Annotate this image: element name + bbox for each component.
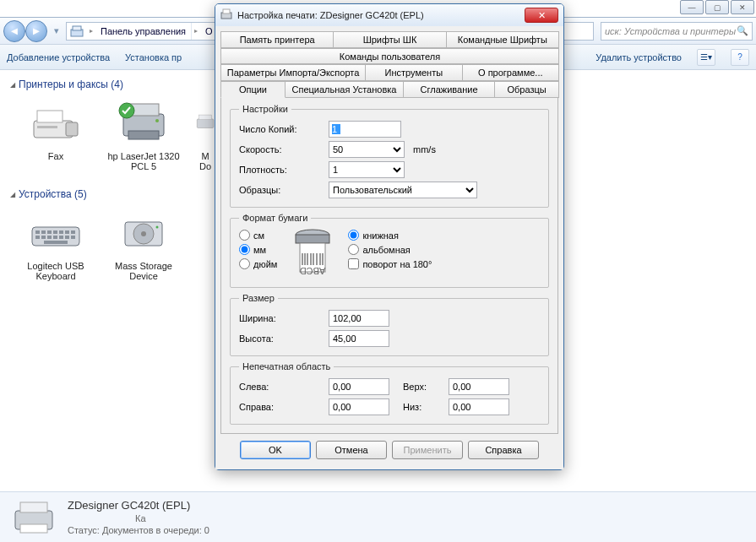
tab-printer-memory[interactable]: Память принтера — [220, 31, 334, 48]
minimize-button[interactable]: — — [680, 0, 704, 14]
svg-rect-20 — [71, 230, 75, 234]
speed-select[interactable]: 50 — [329, 141, 405, 158]
svg-rect-1 — [73, 26, 81, 30]
dialog-close-button[interactable]: ✕ — [525, 8, 558, 23]
window-controls: — ▢ ✕ — [680, 0, 754, 14]
unit-mm-radio[interactable]: мм — [239, 244, 277, 255]
tab-advanced-setup[interactable]: Специальная Установка — [285, 81, 404, 98]
help-button[interactable]: Справка — [468, 441, 539, 459]
tab-tools[interactable]: Инструменты — [365, 64, 462, 81]
forward-button[interactable]: ► — [25, 20, 47, 42]
size-legend: Размер — [239, 293, 278, 303]
device-label: hp LaserJet 1320 PCL 5 — [105, 151, 182, 171]
printer-icon — [10, 499, 57, 536]
drive-icon — [113, 207, 174, 257]
tab-options[interactable]: Опции — [220, 81, 286, 98]
tab-content: Настройки Число Копий: 1 Скорость: 50 mm… — [220, 97, 558, 434]
orientation-landscape-radio[interactable]: альбомная — [348, 244, 432, 255]
width-input[interactable] — [329, 310, 389, 327]
svg-rect-5 — [37, 126, 57, 128]
chevron-icon[interactable]: ▸ — [192, 23, 200, 40]
search-icon[interactable]: 🔍 — [737, 25, 748, 36]
svg-rect-26 — [65, 236, 69, 239]
tab-about[interactable]: О программе... — [462, 64, 559, 81]
install-printer-button[interactable]: Установка пр — [125, 52, 182, 62]
chevron-icon[interactable]: ▸ — [87, 23, 95, 40]
density-label: Плотность: — [239, 165, 324, 175]
device-hp-laserjet[interactable]: hp LaserJet 1320 PCL 5 — [105, 97, 182, 171]
maximize-button[interactable]: ▢ — [705, 0, 729, 14]
label-preview-icon: ABCD — [289, 228, 336, 280]
right-label: Справа: — [239, 402, 324, 412]
right-input[interactable] — [329, 398, 389, 415]
dialog-title: Настройка печати: ZDesigner GC420t (EPL) — [237, 10, 424, 20]
device-label: Logitech USB Keyboard — [17, 261, 95, 281]
bottom-input[interactable] — [449, 398, 509, 415]
paper-format-group: Формат бумаги см мм дюйм ABCD книжная ал… — [230, 213, 549, 288]
svg-point-31 — [141, 231, 146, 236]
svg-rect-16 — [47, 230, 52, 234]
delete-device-button[interactable]: Удалить устройство — [596, 52, 682, 62]
width-label: Ширина: — [239, 313, 324, 323]
settings-legend: Настройки — [239, 104, 291, 114]
tab-user-commands[interactable]: Команды пользователя — [220, 48, 559, 64]
device-fax[interactable]: Fax — [17, 97, 95, 171]
left-input[interactable] — [329, 378, 389, 395]
tab-import-export[interactable]: Параметры Импорта/Экспорта — [220, 64, 366, 81]
svg-rect-27 — [71, 236, 75, 239]
tab-command-fonts[interactable]: Командные Шрифты — [446, 31, 559, 48]
svg-rect-37 — [223, 9, 230, 14]
copies-input[interactable]: 1 — [329, 121, 401, 138]
rotate-180-checkbox[interactable]: поворот на 180° — [348, 258, 432, 269]
bottom-label: Низ: — [403, 402, 443, 412]
help-button[interactable]: ? — [731, 49, 749, 66]
height-input[interactable] — [329, 330, 389, 347]
svg-rect-15 — [41, 230, 46, 234]
margins-legend: Непечатная область — [239, 361, 334, 371]
copies-label: Число Копий: — [239, 124, 324, 134]
search-input[interactable]: иск: Устройства и принтеры 🔍 — [601, 22, 753, 41]
close-button[interactable]: ✕ — [731, 0, 754, 14]
search-placeholder: иск: Устройства и принтеры — [605, 26, 736, 36]
tab-stocks[interactable]: Образцы — [494, 81, 559, 98]
apply-button[interactable]: Применить — [392, 441, 463, 459]
tab-barcode-fonts[interactable]: Шрифты ШК — [333, 31, 446, 48]
device-keyboard[interactable]: Logitech USB Keyboard — [17, 207, 95, 281]
fax-icon — [25, 97, 86, 148]
svg-rect-23 — [47, 236, 52, 239]
crumb-control-panel[interactable]: Панель управления — [95, 23, 192, 40]
top-input[interactable] — [449, 378, 509, 395]
svg-rect-28 — [44, 241, 68, 244]
svg-rect-24 — [53, 236, 57, 239]
svg-rect-17 — [53, 230, 57, 234]
back-button[interactable]: ◄ — [3, 20, 25, 42]
density-select[interactable]: 1 — [329, 161, 405, 178]
print-settings-dialog: Настройка печати: ZDesigner GC420t (EPL)… — [215, 3, 564, 470]
add-device-button[interactable]: Добавление устройства — [7, 52, 110, 62]
tab-dithering[interactable]: Сглаживание — [403, 81, 495, 98]
device-label: Fax — [17, 151, 95, 161]
cancel-button[interactable]: Отмена — [316, 441, 387, 459]
orientation-portrait-radio[interactable]: книжная — [348, 230, 432, 241]
dialog-titlebar[interactable]: Настройка печати: ZDesigner GC420t (EPL)… — [215, 4, 563, 26]
unit-cm-radio[interactable]: см — [239, 230, 277, 241]
devices-icon — [67, 23, 87, 40]
view-options-button[interactable]: ☰▾ — [697, 49, 715, 66]
unit-inch-radio[interactable]: дюйм — [239, 258, 277, 269]
keyboard-icon — [25, 207, 86, 257]
svg-rect-18 — [59, 230, 63, 234]
device-mass-storage[interactable]: Mass Storage Device — [105, 207, 182, 281]
history-dropdown[interactable]: ▾ — [51, 24, 63, 39]
top-label: Верх: — [403, 382, 443, 392]
svg-rect-21 — [35, 236, 40, 239]
dialog-buttons: OK Отмена Применить Справка — [220, 434, 558, 468]
speed-label: Скорость: — [239, 144, 324, 154]
svg-point-32 — [156, 226, 159, 229]
svg-rect-39 — [296, 235, 329, 243]
stocks-select[interactable]: Пользовательский — [329, 182, 477, 198]
ok-button[interactable]: OK — [240, 441, 311, 459]
svg-rect-34 — [20, 502, 47, 512]
svg-rect-4 — [66, 122, 78, 136]
printer-icon — [220, 8, 232, 22]
svg-rect-19 — [65, 230, 69, 234]
